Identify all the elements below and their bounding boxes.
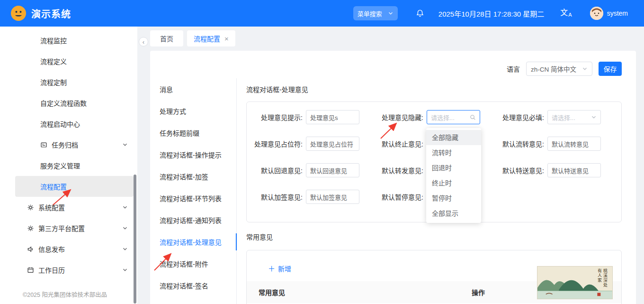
field-label: 默认暂停意见: (370, 192, 427, 202)
dropdown-option-on-pause[interactable]: 暂停时 (426, 191, 481, 206)
plus-icon: ＋ (268, 265, 275, 272)
translate-icon[interactable]: 文A (560, 9, 572, 18)
field-label: 处理意见提示: (249, 112, 306, 122)
chevron-down-icon (388, 10, 394, 16)
field-label: 处理意见隐藏: (370, 112, 427, 122)
sidebar-item-process-customize[interactable]: 流程定制 (15, 72, 134, 92)
field-label: 默认流转意见: (491, 139, 547, 148)
sidebar-item-info-publish[interactable]: 信息发布 (15, 239, 134, 259)
config-menu-item-dialog-opinion[interactable]: 流程对话框-处理意见 (160, 231, 236, 253)
painting-caption: 桃溪深处 (603, 268, 608, 287)
config-menu-item-task-title-prefix[interactable]: 任务标题前缀 (160, 122, 236, 144)
field-label: 处理意见占位符: (249, 139, 306, 148)
opinion-hide-select[interactable]: 请选择... 全部隐藏 流转时 回退时 终止时 暂停时 (427, 110, 480, 124)
field-label: 默认加签意见: (249, 192, 306, 202)
header-datetime: 2025年10月28日 17:28:30 星期二 (438, 9, 544, 18)
content-panel: 语言 zh-CN 简体中文 保存 消息 处理方式 任务标题前缀 流程对话框-操作… (150, 51, 636, 304)
sidebar-item-process-start-center[interactable]: 流程启动中心 (15, 113, 134, 134)
sidebar-item-work-calendar[interactable]: 工作日历 (15, 259, 134, 280)
empty-cell (491, 190, 601, 204)
column-header-opinion: 常用意见 (259, 287, 472, 297)
sidebar-collapse-button[interactable]: ‹ (139, 37, 148, 46)
chevron-down-icon (122, 267, 128, 273)
dropdown-option-all-show[interactable]: 全部显示 (426, 206, 481, 221)
chevron-down-icon (122, 142, 128, 147)
main-content: ‹ 首页 流程配置 × 语言 zh-CN 简体中文 保存 (137, 27, 644, 304)
sidebar-item-service-definition[interactable]: 服务定义管理 (15, 155, 134, 176)
language-select[interactable]: zh-CN 简体中文 (526, 62, 592, 76)
config-menu-item-dialog-node-list[interactable]: 流程对话框-环节列表 (160, 187, 236, 209)
notification-bell-icon[interactable] (416, 9, 424, 18)
default-rollback-opinion-input[interactable] (306, 163, 359, 177)
page: 演示系统 菜单搜索 2025年10月28日 17:28:30 星期二 文A sy… (0, 0, 644, 304)
user-avatar[interactable] (590, 7, 603, 20)
menu-search-select[interactable]: 菜单搜索 (353, 6, 398, 20)
section-title: 流程对话框-处理意见 (246, 84, 622, 94)
sidebar-item-process-definition[interactable]: 流程定义 (15, 51, 134, 72)
config-menu-item-dialog-signature[interactable]: 流程对话框-签名 (160, 275, 236, 296)
opinion-form: 处理意见提示: 处理意见隐藏: 请选择... 全部隐 (246, 101, 622, 222)
calendar-icon (27, 267, 34, 274)
dropdown-option-on-rollback[interactable]: 回退时 (426, 160, 481, 175)
field-label: 默认转发意见: (370, 166, 427, 175)
menu-search-placeholder: 菜单搜索 (358, 9, 382, 18)
close-icon[interactable]: × (224, 35, 229, 42)
field-label: 默认回退意见: (249, 166, 306, 175)
dropdown-option-all-hide[interactable]: 全部隐藏 (426, 130, 481, 145)
dropdown-option-on-terminate[interactable]: 终止时 (426, 175, 481, 191)
config-menu: 消息 处理方式 任务标题前缀 流程对话框-操作提示 流程对话框-加签 流程对话框… (150, 78, 237, 304)
default-delivery-opinion-input[interactable] (547, 163, 601, 177)
save-button[interactable]: 保存 (599, 62, 622, 76)
sidebar-item-process-monitor[interactable]: 流程监控 (15, 30, 134, 51)
chevron-down-icon (122, 225, 128, 231)
speaker-icon (27, 246, 34, 253)
config-menu-item-dialog-notify-list[interactable]: 流程对话框-通知列表 (160, 209, 236, 231)
painting-caption: 有人家 (597, 268, 602, 283)
common-opinion-box: ＋ 新增 常用意见 操作 (246, 250, 622, 304)
config-menu-item-dialog-attachment[interactable]: 流程对话框-附件 (160, 253, 236, 275)
sidebar-item-system-config[interactable]: 系统配置 (15, 197, 134, 218)
app-logo-icon (10, 5, 27, 21)
field-label: 处理意见必填: (491, 112, 547, 122)
sidebar-item-process-config[interactable]: 流程配置 (15, 176, 134, 197)
sidebar-item-custom-process-function[interactable]: 自定义流程函数 (15, 92, 134, 113)
panel-toolbar: 语言 zh-CN 简体中文 保存 (150, 51, 636, 76)
username: system (607, 9, 628, 17)
chevron-down-icon (122, 204, 128, 210)
gear-icon (27, 225, 34, 232)
tab-process-config[interactable]: 流程配置 × (187, 30, 235, 46)
common-opinion-title: 常用意见 (246, 232, 622, 241)
config-content: 流程对话框-处理意见 处理意见提示: 处理意见隐藏: (237, 78, 636, 304)
field-label: 默认特送意见: (491, 166, 547, 175)
app-title: 演示系统 (31, 7, 71, 20)
dropdown-option-on-flow[interactable]: 流转时 (426, 145, 481, 160)
config-menu-item-dialog-countersign[interactable]: 流程对话框-加签 (160, 166, 236, 187)
tab-home[interactable]: 首页 (150, 30, 183, 46)
sidebar-scrollbar[interactable] (134, 175, 136, 304)
tab-bar: 首页 流程配置 × (150, 30, 644, 46)
gear-icon (27, 204, 34, 211)
field-label: 默认终止意见: (370, 139, 427, 148)
chevron-down-icon (122, 246, 128, 252)
opinion-placeholder-input[interactable] (306, 137, 359, 151)
opinion-hide-dropdown: 全部隐藏 流转时 回退时 终止时 暂停时 全部显示 (426, 128, 481, 223)
sidebar: 流程监控 流程定义 流程定制 自定义流程函数 流程启动中心 任务归档 服务定义管… (0, 27, 137, 304)
config-menu-item-message[interactable]: 消息 (160, 78, 236, 100)
default-countersign-opinion-input[interactable] (306, 190, 359, 204)
opinion-required-select[interactable]: 请选择... (547, 110, 601, 124)
chevron-down-icon (591, 114, 597, 120)
default-flow-opinion-input[interactable] (547, 137, 601, 151)
app-header: 演示系统 菜单搜索 2025年10月28日 17:28:30 星期二 文A sy… (0, 0, 644, 27)
landscape-painting-image: 桃溪深处 有人家 (537, 266, 613, 299)
opinion-tip-input[interactable] (306, 110, 359, 124)
language-label: 语言 (507, 64, 520, 74)
add-button[interactable]: ＋ 新增 (268, 264, 291, 273)
copyright-footer: ©2025 阳光集团体验技术部出品 (23, 290, 107, 299)
search-icon (470, 114, 476, 120)
chevron-down-icon (582, 66, 588, 72)
archive-card-icon (40, 141, 47, 148)
config-menu-item-handle-mode[interactable]: 处理方式 (160, 100, 236, 122)
sidebar-item-third-party-config[interactable]: 第三方平台配置 (15, 218, 134, 239)
sidebar-item-task-archive[interactable]: 任务归档 (15, 134, 134, 155)
config-menu-item-dialog-op-tip[interactable]: 流程对话框-操作提示 (160, 144, 236, 166)
